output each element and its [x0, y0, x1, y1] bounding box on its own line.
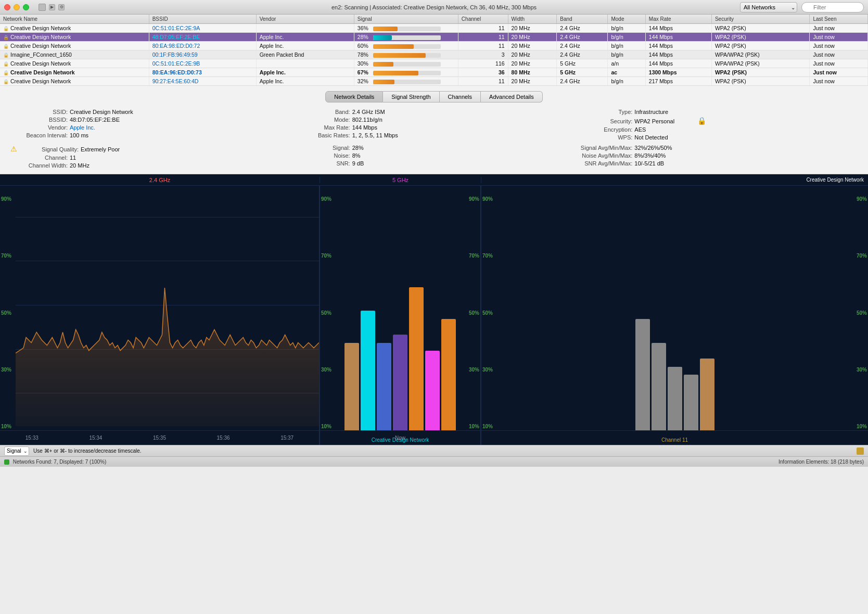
- tab-bar: Network Details Signal Strength Channels…: [0, 91, 868, 103]
- cell-bssid: 0C:51:01:EC:2E:9A: [149, 24, 256, 33]
- maximize-button[interactable]: [23, 4, 29, 10]
- cell-signal: 67%: [354, 68, 458, 77]
- table-header: Network Name BSSID Vendor Signal Channel…: [0, 15, 868, 24]
- y-label-10: 10%: [1, 424, 11, 429]
- detail-panel: Network Details Signal Strength Channels…: [0, 86, 868, 174]
- cell-mode: a/n: [608, 59, 645, 68]
- signal-select-wrapper: Signal: [4, 446, 29, 456]
- cell-bssid: 80:EA:98:ED:D0:72: [149, 42, 256, 50]
- chanwidth-label: Channel Width:: [10, 162, 68, 169]
- y-label-90: 90%: [1, 196, 11, 202]
- cell-signal: 30%: [354, 59, 458, 68]
- cell-signal: 78%: [354, 50, 458, 59]
- networks-found-text: Networks Found: 7, Displayed: 7 (100%): [13, 459, 107, 465]
- tab-network-details[interactable]: Network Details: [325, 91, 383, 103]
- cell-channel: 11: [458, 33, 508, 42]
- x-label-1535: 15:35: [153, 435, 166, 441]
- cell-maxrate: 144 Mbps: [645, 50, 711, 59]
- cell-width: 20 MHz: [508, 42, 557, 50]
- cell-lastseen: Just now: [810, 59, 868, 68]
- cell-vendor: Green Packet Bnd: [256, 50, 354, 59]
- table-row[interactable]: 🔒Creative Design Network 80:EA:96:ED:D0:…: [0, 68, 868, 77]
- chanwidth-value: 20 MHz: [70, 162, 90, 169]
- status-left: Networks Found: 7, Displayed: 7 (100%): [4, 459, 106, 465]
- x-label-1534: 15:34: [89, 435, 102, 441]
- table-row[interactable]: 🔒Creative Design Network 0C:51:01:EC:2E:…: [0, 24, 868, 33]
- cell-mode: b/g/n: [608, 77, 645, 86]
- cell-name: 🔒Creative Design Network: [0, 59, 149, 68]
- tab-advanced-details[interactable]: Advanced Details: [481, 91, 543, 103]
- tab-signal-strength[interactable]: Signal Strength: [383, 91, 439, 103]
- bar-item-2g: [377, 343, 391, 430]
- signal-label: Signal:: [293, 145, 350, 151]
- tab-channels[interactable]: Channels: [440, 91, 481, 103]
- cell-name: 🔒Creative Design Network: [0, 77, 149, 86]
- type-label: Type:: [575, 109, 632, 115]
- cell-vendor: [256, 24, 354, 33]
- noise-label: Noise:: [293, 152, 350, 159]
- signal-select[interactable]: Signal: [4, 446, 29, 456]
- cell-channel: 11: [458, 24, 508, 33]
- stop-button[interactable]: [39, 4, 46, 11]
- cell-lastseen: Just now: [810, 33, 868, 42]
- network-selector[interactable]: All Networks: [740, 2, 797, 12]
- sigavg-label: Signal Avg/Min/Max:: [575, 145, 632, 151]
- cell-band: 5 GHz: [557, 68, 608, 77]
- cell-security: WPA2 (PSK): [711, 68, 810, 77]
- detail-col-3: Type: Infrastructure Security: WPA2 Pers…: [575, 109, 858, 140]
- cell-lastseen: Just now: [810, 42, 868, 50]
- col-header-lastseen: Last Seen: [810, 15, 868, 24]
- cell-mode: b/g/n: [608, 50, 645, 59]
- filter-input[interactable]: [801, 2, 864, 12]
- table-row[interactable]: 🔒Creative Design Network 0C:51:01:EC:2E:…: [0, 59, 868, 68]
- cell-security: WPA2 (PSK): [711, 77, 810, 86]
- cell-band: 2.4 GHz: [557, 24, 608, 33]
- snravg-label: SNR Avg/Min/Max:: [575, 160, 632, 167]
- cell-signal: 36%: [354, 24, 458, 33]
- table-row[interactable]: 🔒Creative Design Network 90:27:E4:5E:60:…: [0, 77, 868, 86]
- cell-security: WPA/WPA2 (PSK): [711, 59, 810, 68]
- table-row[interactable]: 🔒Creative Design Network 48:D7:05:EF:2E:…: [0, 33, 868, 42]
- col-header-maxrate: Max Rate: [645, 15, 711, 24]
- bar2g-x-axis: Now: [320, 430, 480, 445]
- detail-grid: SSID: Creative Design Network BSSID: 48:…: [0, 109, 868, 140]
- maxrate-label: Max Rate:: [293, 124, 350, 131]
- detail-col-2a: ⚠ Signal Quality: Extremely Poor Channel…: [10, 145, 293, 169]
- x-label-1537: 15:37: [280, 435, 293, 441]
- cell-maxrate: 1300 Mbps: [645, 68, 711, 77]
- x-label-1533: 15:33: [25, 435, 39, 441]
- wps-value: Not Detected: [634, 134, 668, 140]
- col-header-signal: Signal: [354, 15, 458, 24]
- close-button[interactable]: [4, 4, 10, 10]
- cell-vendor: Apple Inc.: [256, 42, 354, 50]
- chart-labels-top: 2.4 GHz 5 GHz Creative Design Network: [0, 174, 868, 186]
- cell-signal: 32%: [354, 77, 458, 86]
- basicrates-value: 1, 2, 5.5, 11 Mbps: [352, 132, 398, 138]
- cell-width: 80 MHz: [508, 68, 557, 77]
- type-value: Infrastructure: [634, 109, 668, 115]
- signal-value: 28%: [352, 145, 364, 151]
- cell-mode: b/g/n: [608, 24, 645, 33]
- mode-value: 802.11b/g/n: [352, 117, 382, 123]
- cell-name: 🔒Creative Design Network: [0, 24, 149, 33]
- table-row[interactable]: 🔒Creative Design Network 80:EA:98:ED:D0:…: [0, 42, 868, 50]
- cell-channel: 116: [458, 59, 508, 68]
- play-button[interactable]: ▶: [49, 4, 55, 10]
- bar-chart-channel: 90% 70% 50% 30% 10% 90% 70% 50% 30% 10% …: [481, 186, 868, 445]
- cell-channel: 11: [458, 77, 508, 86]
- beacon-label: Beacon Interval:: [10, 132, 68, 138]
- table-row[interactable]: 🔒Imagine_FConnect_1650 00:1F:FB:96:49:59…: [0, 50, 868, 59]
- col-header-mode: Mode: [608, 15, 645, 24]
- snravg-value: 10/-5/21 dB: [634, 160, 664, 167]
- cell-vendor: Apple Inc.: [256, 33, 354, 42]
- timeline-y-axis: 90% 70% 50% 30% 10%: [1, 186, 11, 429]
- vendor-link[interactable]: Apple Inc.: [70, 124, 95, 131]
- status-bar: Networks Found: 7, Displayed: 7 (100%) I…: [0, 456, 868, 467]
- cell-width: 20 MHz: [508, 59, 557, 68]
- cell-maxrate: 144 Mbps: [645, 42, 711, 50]
- detail-col-2: Band: 2.4 GHz ISM Mode: 802.11b/g/n Max …: [293, 109, 576, 140]
- bssid-value: 48:D7:05:EF:2E:BE: [70, 117, 120, 123]
- timeline-chart: 90% 70% 50% 30% 10%: [0, 186, 320, 445]
- minimize-button[interactable]: [14, 4, 20, 10]
- fast-forward-button[interactable]: ⚙: [58, 4, 65, 10]
